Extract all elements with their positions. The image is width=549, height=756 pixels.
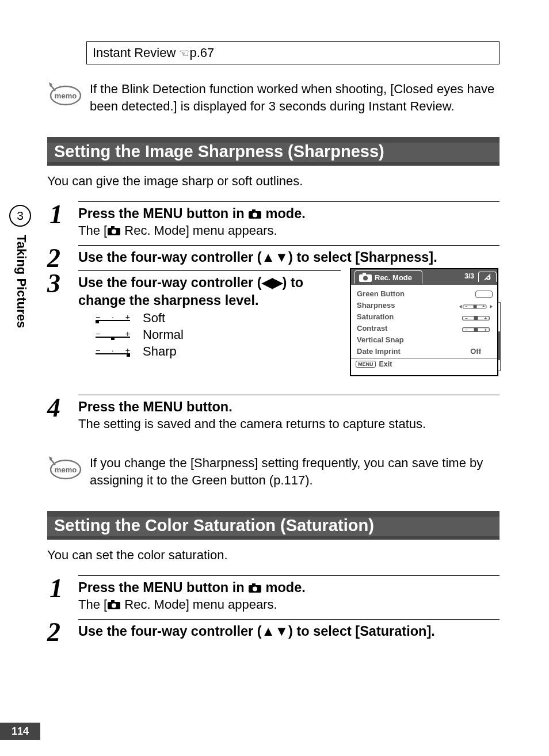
step-number-a4: 4: [47, 395, 60, 421]
level-sharp: −·+ Sharp: [96, 344, 177, 359]
camera-icon: [107, 223, 121, 238]
lcd-exit-label: Exit: [379, 360, 392, 368]
section-heading-saturation: Setting the Color Saturation (Saturation…: [47, 511, 500, 540]
lcd-scrollbar: [498, 302, 501, 371]
svg-text:−: −: [465, 327, 468, 333]
slider-sharp-icon: −·+: [96, 347, 130, 356]
section-intro-saturation: You can set the color saturation.: [47, 548, 228, 563]
side-tab: 3 Taking Pictures: [8, 205, 32, 328]
memo-icon: memo: [47, 81, 82, 106]
svg-text:+: +: [485, 316, 487, 321]
svg-point-32: [112, 604, 116, 608]
reference-text: Instant Review: [93, 45, 179, 60]
svg-point-4: [253, 213, 257, 217]
step-body-b1: The [ Rec. Mode] menu appears.: [78, 597, 277, 612]
section-heading-sharpness: Setting the Image Sharpness (Sharpness): [47, 137, 500, 166]
lcd-row-green: Green Button: [357, 288, 405, 300]
svg-text:−: −: [465, 304, 467, 308]
step-body-a1: The [ Rec. Mode] menu appears.: [78, 223, 277, 238]
lcd-slider-sharpness: −+: [459, 302, 493, 309]
section-title-saturation: Setting the Color Saturation (Saturation…: [54, 516, 374, 535]
lcd-page: 3/3: [464, 272, 474, 280]
svg-text:memo: memo: [55, 465, 77, 474]
lcd-row-sharp: Sharpness: [357, 300, 395, 311]
lcd-header: Rec. Mode 3/3: [351, 269, 497, 285]
step-title-a3: Use the four-way controller (◀▶) to chan…: [78, 274, 341, 309]
lcd-slider-contrast: −+: [459, 325, 493, 332]
chapter-number: 3: [9, 205, 31, 227]
step-title-b2: Use the four-way controller (▲▼) to sele…: [78, 623, 500, 640]
step-number-a3: 3: [47, 270, 60, 297]
svg-point-29: [253, 587, 257, 591]
step-title-a4: Press the MENU button.: [78, 398, 232, 416]
lcd-row-date-val: Off: [470, 346, 481, 357]
step-title-a2: Use the four-way controller (▲▼) to sele…: [78, 249, 500, 266]
step-title-b1: Press the MENU button in mode.: [78, 579, 306, 597]
lcd-pill-icon: [475, 291, 493, 298]
step-number-b1: 1: [49, 575, 63, 602]
svg-rect-13: [474, 305, 477, 308]
lcd-row-sat: Saturation: [357, 311, 394, 323]
page-number: 114: [0, 723, 40, 740]
level-normal: −+ Normal: [96, 327, 184, 342]
lcd-footer: MENU Exit: [351, 358, 497, 369]
level-soft-label: Soft: [143, 311, 165, 326]
slider-normal-icon: −+: [96, 330, 130, 339]
level-sharp-label: Sharp: [143, 344, 177, 359]
step-title-a1: Press the MENU button in mode.: [78, 205, 306, 223]
step-body-a4: The setting is saved and the camera retu…: [78, 417, 426, 432]
camera-icon: [107, 597, 121, 612]
camera-icon: [248, 206, 262, 221]
svg-rect-31: [111, 600, 115, 602]
svg-point-7: [112, 230, 116, 234]
slider-soft-icon: −·+: [96, 314, 130, 323]
svg-text:memo: memo: [55, 91, 77, 100]
lcd-menu-button: MENU: [356, 361, 376, 368]
svg-text:+: +: [482, 304, 485, 308]
section-intro-sharpness: You can give the image sharp or soft out…: [47, 174, 303, 189]
step-number-b2: 2: [47, 619, 60, 646]
reference-page: p.67: [189, 45, 214, 60]
svg-marker-16: [490, 305, 493, 308]
lcd-tab-setup: [478, 272, 497, 282]
lcd-tab-rec: Rec. Mode: [354, 270, 422, 284]
camera-icon: [359, 272, 372, 283]
camera-icon: [248, 580, 262, 595]
memo-icon: memo: [47, 455, 82, 480]
step-number-a1: 1: [49, 201, 63, 228]
step-number-a2: 2: [47, 245, 60, 272]
svg-rect-9: [363, 273, 366, 275]
lcd-title: Rec. Mode: [375, 273, 412, 282]
lcd-slider-saturation: −+: [459, 314, 493, 320]
svg-rect-6: [111, 226, 115, 228]
svg-text:−: −: [465, 316, 468, 321]
pointer-icon: ☞: [179, 46, 189, 60]
section-title-sharpness: Setting the Image Sharpness (Sharpness): [54, 142, 384, 161]
svg-rect-22: [474, 328, 478, 332]
svg-text:+: +: [485, 327, 487, 333]
lcd-row-vsnap: Vertical Snap: [357, 334, 404, 346]
svg-marker-11: [459, 305, 462, 308]
svg-rect-3: [252, 209, 256, 212]
reference-box: Instant Review ☞p.67: [86, 41, 500, 64]
lcd-row-date: Date Imprint: [357, 346, 401, 357]
lcd-screen: Rec. Mode 3/3 Green Button Sharpness −+ …: [350, 268, 498, 376]
svg-point-10: [363, 276, 368, 280]
chapter-label: Taking Pictures: [14, 235, 29, 328]
memo-text-1: If the Blink Detection function worked w…: [90, 81, 500, 114]
level-soft: −·+ Soft: [96, 311, 165, 326]
svg-rect-28: [252, 583, 256, 586]
lcd-row-cont: Contrast: [357, 323, 387, 334]
svg-rect-18: [474, 316, 478, 320]
level-normal-label: Normal: [143, 327, 184, 342]
memo-text-2: If you change the [Sharpness] setting fr…: [90, 455, 500, 488]
